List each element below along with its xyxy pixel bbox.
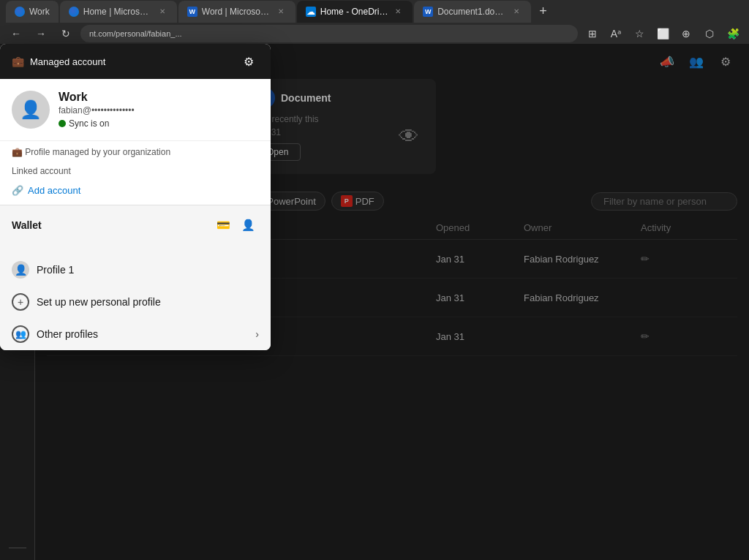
add-account-label: Add account [28,185,80,196]
document-tab-label: Document1.doc… [437,7,506,17]
wallet-section: Wallet 💳 👤 [0,205,271,254]
url-text: nt.com/personal/fabian_... [89,29,182,38]
managed-account-bar: 💼 Managed account ⚙ [0,44,271,79]
profile-info-section: 👤 Work fabian@•••••••••••••• Sync is on [0,79,271,140]
tab-close-onedrive[interactable]: ✕ [392,6,404,17]
profile-list: 👤 Profile 1 + Set up new personal profil… [0,254,271,350]
onedrive-tab-icon: ☁ [306,7,316,17]
add-account-link[interactable]: 🔗 Add account [0,182,271,205]
document-tab[interactable]: W Document1.doc… ✕ [414,1,531,23]
wallet-profile-button[interactable]: 👤 [237,214,259,236]
managed-note: 💼 Profile managed by your organization [0,140,271,163]
add-account-icon: 🔗 [12,185,23,196]
profile-settings-button[interactable]: ⚙ [238,51,259,72]
managed-note-icon: 💼 [12,147,25,157]
briefcase-icon: 💼 [12,56,24,67]
sidebar-bottom-divider [9,548,26,548]
profile-dropdown: 💼 Managed account ⚙ 👤 Work fabian@••••••… [0,44,271,350]
managed-account-left: 💼 Managed account [12,56,105,67]
setup-icon: + [12,293,29,311]
tab-close-doc[interactable]: ✕ [511,6,522,17]
tab-bar: Work Home | Microsof… ✕ W Word | Microso… [0,0,749,23]
edge-icon [15,7,25,17]
chevron-right-icon: › [255,328,259,340]
word-tab-label: Word | Microsof… [202,7,271,17]
forward-button[interactable]: → [31,23,51,44]
split-screen-icon[interactable]: ⊞ [582,23,603,44]
extensions-icon[interactable]: 🧩 [723,23,743,44]
toolbar-icons: ⊞ Aᵃ ☆ ⬜ ⊕ ⬡ 🧩 [582,23,743,44]
profile-1-item[interactable]: 👤 Profile 1 [0,254,271,286]
work-tab[interactable]: Work [6,1,59,23]
home-ms-tab-label: Home | Microsof… [83,7,152,17]
work-tab-label: Work [29,7,50,17]
other-profiles-icon: 👥 [12,325,29,343]
other-profiles-label: Other profiles [37,328,98,340]
other-profiles-item[interactable]: 👥 Other profiles › [0,318,271,350]
sync-label: Sync is on [69,118,109,129]
wallet-title: Wallet [12,219,42,231]
managed-account-label: Managed account [30,56,105,67]
browser-essentials-icon[interactable]: ⊕ [676,23,696,44]
linked-account: Linked account [0,163,271,182]
sync-status: Sync is on [59,118,259,129]
document-tab-icon: W [423,7,433,17]
managed-note-text: Profile managed by your organization [25,147,170,157]
profile-name: Work [59,91,259,104]
home-ms-tab[interactable]: Home | Microsof… ✕ [60,1,177,23]
profile-email: fabian@•••••••••••••• [59,105,259,116]
favorites-icon[interactable]: ☆ [629,23,650,44]
linked-account-label: Linked account [12,166,71,176]
refresh-button[interactable]: ↻ [56,23,76,44]
new-tab-button[interactable]: + [532,1,553,22]
reading-view-icon[interactable]: ⬜ [652,23,673,44]
back-button[interactable]: ← [6,23,26,44]
browser-chrome: Work Home | Microsof… ✕ W Word | Microso… [0,0,749,44]
tab-close-home[interactable]: ✕ [157,6,168,17]
wallet-header: Wallet 💳 👤 [12,214,259,236]
collections-icon[interactable]: ⬡ [699,23,720,44]
onedrive-tab-label: Home - OneDri… [320,7,388,17]
tab-close-word[interactable]: ✕ [275,6,287,17]
sync-indicator [59,120,66,127]
url-bar[interactable]: nt.com/personal/fabian_... [80,25,578,42]
profile-details: Work fabian@•••••••••••••• Sync is on [59,91,259,129]
wallet-icons: 💳 👤 [212,214,259,236]
word-tab[interactable]: W Word | Microsof… ✕ [178,1,296,23]
profile-1-avatar: 👤 [12,261,29,279]
immersive-reader-icon[interactable]: Aᵃ [606,23,626,44]
profile-1-label: Profile 1 [37,264,74,276]
address-bar: ← → ↻ nt.com/personal/fabian_... ⊞ Aᵃ ☆ … [0,23,749,44]
edge-icon2 [69,7,79,17]
avatar: 👤 [12,91,50,129]
onedrive-tab[interactable]: ☁ Home - OneDri… ✕ [297,1,413,23]
word-tab-icon: W [187,7,197,17]
wallet-card-button[interactable]: 💳 [212,214,234,236]
setup-label: Set up new personal profile [37,296,161,308]
setup-profile-item[interactable]: + Set up new personal profile [0,286,271,318]
